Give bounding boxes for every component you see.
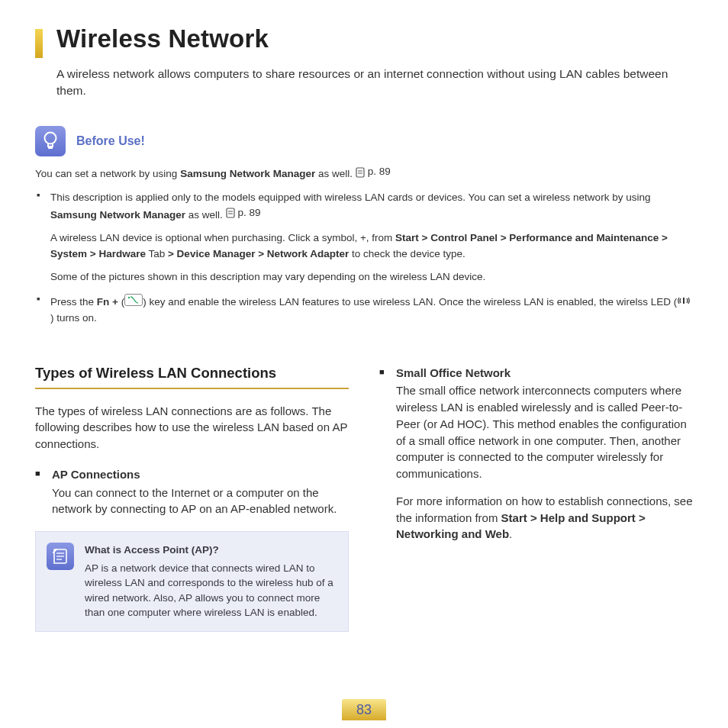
text-bold: > Device Manager > Network Adapter	[168, 248, 349, 259]
text-bold: Samsung Network Manager	[50, 209, 185, 221]
before-use-label: Before Use!	[76, 134, 145, 148]
sub-paragraph: Some of the pictures shown in this descr…	[50, 269, 693, 285]
left-column: Types of Wireless LAN Connections The ty…	[35, 365, 349, 632]
svg-rect-10	[683, 298, 685, 304]
page-ref-text: p. 89	[368, 164, 391, 179]
page-content: Wireless Network A wireless network allo…	[0, 0, 728, 632]
bullet-item: Press the Fn + () key and enable the wir…	[50, 294, 693, 327]
text: .	[509, 527, 512, 540]
text: key and enable the wireless LAN features…	[147, 296, 678, 308]
lightbulb-icon	[35, 126, 66, 156]
text: Press the	[50, 296, 97, 308]
text: This description is applied only to the …	[50, 192, 650, 203]
svg-rect-2	[356, 168, 364, 177]
svg-rect-8	[125, 295, 143, 306]
two-column-layout: Types of Wireless LAN Connections The ty…	[35, 365, 693, 632]
note-title: What is Access Point (AP)?	[85, 543, 336, 558]
note-box: What is Access Point (AP)? AP is a netwo…	[35, 531, 349, 632]
wifi-led-icon	[677, 295, 691, 310]
page-number: 83	[356, 702, 372, 718]
list-item-text: The small office network interconnects c…	[396, 384, 687, 480]
list-item-title: Small Office Network	[396, 365, 693, 382]
before-use-line1: You can set a network by using Samsung N…	[35, 164, 693, 182]
note-icon	[47, 543, 74, 570]
before-use-header: Before Use!	[35, 126, 693, 156]
list-item-text: You can connect to the Internet or a com…	[52, 486, 337, 516]
connection-types-list: AP Connections You can connect to the In…	[35, 466, 349, 517]
before-use-bullets: This description is applied only to the …	[35, 190, 693, 327]
note-body: AP is a network device that connects wir…	[85, 562, 333, 619]
text: as well.	[315, 169, 356, 180]
note-content: What is Access Point (AP)? AP is a netwo…	[85, 543, 336, 620]
list-item: AP Connections You can connect to the In…	[35, 466, 349, 517]
intro-paragraph: A wireless network allows computers to s…	[56, 66, 693, 98]
page-reference-icon: p. 89	[226, 205, 261, 221]
text-bold: Samsung Network Manager	[180, 169, 315, 180]
text: ) turns on.	[50, 312, 97, 324]
title-row: Wireless Network	[35, 24, 693, 58]
page-title: Wireless Network	[56, 24, 269, 53]
fn-key-icon	[124, 294, 143, 311]
svg-point-0	[45, 133, 56, 144]
sub-paragraph: A wireless LAN device is optional when p…	[50, 230, 693, 262]
title-accent-bar	[35, 29, 43, 58]
right-column: Small Office Network The small office ne…	[379, 365, 693, 632]
text: A wireless LAN device is optional when p…	[50, 232, 395, 243]
svg-point-9	[128, 297, 130, 298]
list-item-title: AP Connections	[52, 466, 349, 483]
page-reference-icon: p. 89	[356, 164, 391, 179]
page-ref-text: p. 89	[238, 205, 261, 221]
bullet-item: This description is applied only to the …	[50, 190, 693, 285]
text-bold: Fn +	[97, 296, 121, 308]
text: as well.	[185, 209, 226, 221]
text: Tab	[146, 248, 168, 259]
text: to check the device type.	[349, 248, 465, 259]
list-item: Small Office Network The small office ne…	[379, 365, 693, 543]
section-heading: Types of Wireless LAN Connections	[35, 365, 349, 389]
page-number-badge: 83	[342, 699, 386, 720]
section-intro: The types of wireless LAN connections ar…	[35, 403, 349, 453]
svg-rect-5	[227, 208, 234, 217]
text: You can set a network by using	[35, 169, 180, 180]
connection-types-list: Small Office Network The small office ne…	[379, 365, 693, 543]
more-info-paragraph: For more information on how to establish…	[396, 493, 693, 543]
